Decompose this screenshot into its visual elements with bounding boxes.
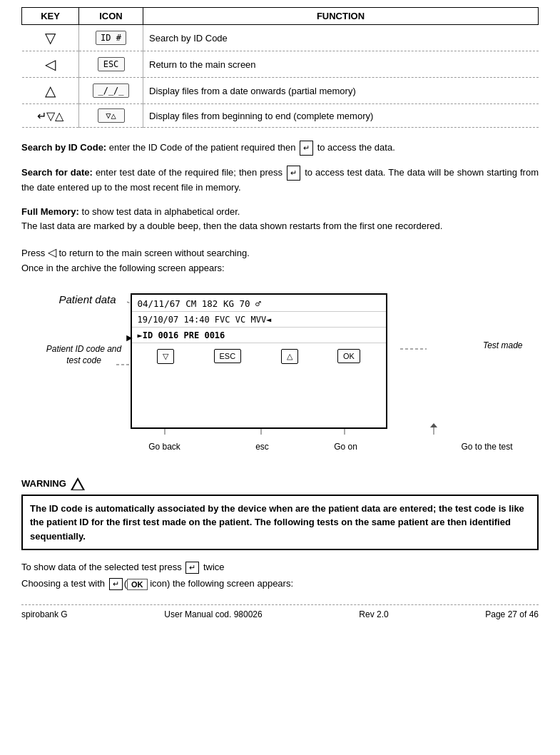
table-row: ▽ ID # Search by ID Code [22,25,539,51]
label-goto-test: Go to the test [455,442,519,452]
table-row: △ _/_/_ Display files from a date onward… [22,78,539,104]
full-memory-icon: ▽△ [98,108,125,123]
search-id-paragraph: Search by ID Code: enter the ID Code of … [21,141,539,156]
warning-box: The ID code is automatically associated … [21,495,539,551]
choosing-text3: icon) the following screen appears: [148,578,294,589]
search-id-label: Search by ID Code: [21,142,106,153]
screen-btn-up: △ [281,349,298,364]
screen-diagram: Patient data Patient ID code andtest cod… [38,286,523,465]
search-date-paragraph: Search for date: enter test date of the … [21,166,539,195]
press-text1: Press [21,248,48,258]
label-test-made: Test made [483,340,523,350]
full-memory-paragraph: Full Memory: to show test data in alphab… [21,205,539,233]
function-cell-4: Display files from beginning to end (com… [143,104,539,128]
warning-text: WARNING [21,478,66,489]
screen-display: ► 04/11/67 CM 182 KG 70 ♂ 19/10/07 14:40… [131,293,387,429]
screen-btn-down: ▽ [157,349,174,364]
show-data-text2: twice [200,562,224,572]
label-go-back: Go back [140,442,190,452]
footer-brand: spirobank G [21,609,68,619]
function-cell-3: Display files from a date onwards (parti… [143,78,539,104]
full-memory-text: to show test data in alphabetical order. [79,206,240,217]
icon-cell-3: _/_/_ [79,78,143,104]
choosing-test-text: Choosing a test with ↵(OK icon) the foll… [21,578,539,590]
enter-icon-3: ↵ [185,562,199,574]
table-row: ↵▽△ ▽△ Display files from beginning to e… [22,104,539,128]
label-esc-btn: esc [245,442,280,452]
screen-buttons-row: ▽ ESC △ OK [132,343,386,370]
table-row: ◁ ESC Return to the main screen [22,51,539,78]
function-cell-2: Return to the main screen [143,51,539,78]
label-go-on: Go on [328,442,364,452]
icon-cell-1: ID # [79,25,143,51]
warning-triangle-icon [71,477,85,490]
footer: spirobank G User Manual cod. 980026 Rev … [21,604,539,619]
key-symbol-2: ◁ [22,51,79,78]
enter-icon-2: ↵ [287,166,300,181]
key-symbol-3: △ [22,78,79,104]
screen-row-3: ►ID 0016 PRE 0016 [132,328,386,343]
screen-row-1: 04/11/67 CM 182 KG 70 ♂ [132,295,386,312]
show-data-text: To show data of the selected test press … [21,562,539,574]
icon-cell-2: ESC [79,51,143,78]
svg-marker-10 [430,423,437,427]
search-date-text: enter test date of the required file; th… [93,167,285,178]
date-icon: _/_/_ [93,83,128,98]
enter-icon-4: ↵ [109,578,123,590]
icon-cell-4: ▽△ [79,104,143,128]
footer-doc: User Manual cod. 980026 [164,609,262,619]
search-date-label: Search for date: [21,167,93,178]
search-id-text2: to access the data. [315,142,395,153]
search-id-text: enter the ID Code of the patient require… [106,142,298,153]
full-memory-text2: The last data are marked by a double bee… [21,221,442,231]
key-symbol-1: ▽ [22,25,79,51]
enter-icon-1: ↵ [300,141,313,156]
choosing-text1: Choosing a test with [21,578,108,589]
screen-btn-ok: OK [337,349,360,363]
esc-icon: ESC [98,57,125,71]
col-header-icon: ICON [79,8,143,25]
function-cell-1: Search by ID Code [143,25,539,51]
footer-page: Page 27 of 46 [485,609,539,619]
screen-pointer-arrow: ► [125,332,135,343]
back-arrow-icon: ◁ [48,246,56,258]
ok-icon: OK [127,579,148,590]
screen-row-2: 19/10/07 14:40 FVC VC MVV◄ [132,312,386,328]
warning-section: WARNING The ID code is automatically ass… [21,477,539,551]
id-icon: ID # [96,31,126,45]
footer-rev: Rev 2.0 [359,609,388,619]
label-patient-data: Patient data [59,293,116,305]
press-paragraph: Press ◁ to return to the main screen wit… [21,244,539,276]
col-header-key: KEY [22,8,79,25]
full-memory-label: Full Memory: [21,206,79,217]
col-header-function: FUNCTION [143,8,539,25]
press-text2: to return to the main screen without sea… [56,248,250,258]
once-text: Once in the archive the following screen… [21,263,225,273]
key-table: KEY ICON FUNCTION ▽ ID # Search by ID Co… [21,7,539,128]
screen-btn-esc: ESC [214,349,242,363]
key-symbol-4: ↵▽△ [22,104,79,128]
label-patient-id: Patient ID code andtest code [38,343,131,368]
show-data-text1: To show data of the selected test press [21,562,184,572]
warning-title: WARNING [21,477,539,490]
